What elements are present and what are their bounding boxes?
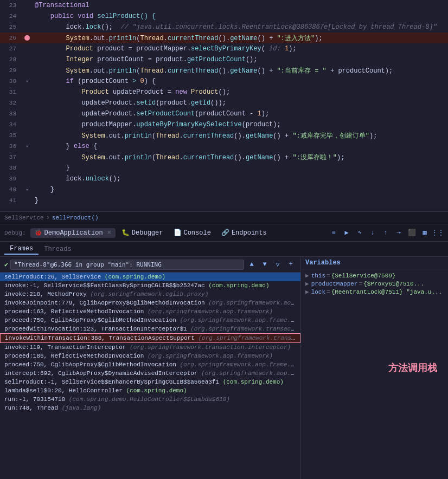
- code-line-35: 35 System.out.println(Thread.currentThre…: [0, 130, 448, 141]
- var-expand-lock[interactable]: ▶: [305, 288, 309, 295]
- breakpoint-26[interactable]: [24, 35, 30, 41]
- toolbar-frames-btn[interactable]: ▦: [419, 227, 431, 239]
- debug-app-tab[interactable]: 🐞 DemoApplication ×: [30, 228, 116, 238]
- code-line-30: 30 ▾ if (productCount > 0) {: [0, 76, 448, 87]
- code-editor: 23 @Transactional 24 public void sellPro…: [0, 0, 448, 211]
- stack-item-8[interactable]: invoke:119, TransactionInterceptor (org.…: [0, 343, 300, 352]
- fold-30[interactable]: ▾: [25, 79, 28, 85]
- toolbar-stop-btn[interactable]: ⬛: [406, 227, 418, 239]
- code-line-34: 34 productMapper.updateByPrimaryKeySelec…: [0, 119, 448, 130]
- stack-method-10: proceed:750, CglibAopProxy$CglibMethodIn…: [4, 361, 180, 368]
- toolbar-step-out-btn[interactable]: ↑: [380, 227, 392, 239]
- thread-add-btn[interactable]: +: [285, 259, 296, 270]
- stack-item-12[interactable]: sellProduct:-1, SellService$$EnhancerByS…: [0, 378, 300, 386]
- variable-list: ▶ this = {SellService@7509} ▶ productMap…: [301, 269, 448, 479]
- var-val-this: {SellService@7509}: [331, 273, 396, 279]
- stack-package-9: (org.springframework.aop.framework): [148, 353, 273, 359]
- stack-item-1[interactable]: invoke:-1, SellService$$FastClassBySprin…: [0, 281, 300, 290]
- stack-method-12: sellProduct:-1, SellService$$EnhancerByS…: [4, 379, 223, 385]
- var-eq-pm: =: [359, 281, 362, 287]
- stack-item-13[interactable]: lambda$sell$0:20, HelloController (com.s…: [0, 386, 300, 395]
- code-content-28: Integer productCount = product.getProduc…: [33, 56, 448, 63]
- fold-40[interactable]: ▾: [25, 187, 28, 193]
- debugger-icon: 🐛: [122, 229, 130, 237]
- thread-nav-down[interactable]: ▼: [259, 259, 270, 270]
- debug-close-btn[interactable]: ×: [107, 229, 111, 237]
- code-line-36: 36 ▾ } else {: [0, 141, 448, 152]
- toolbar-step-into-btn[interactable]: ↓: [367, 227, 379, 239]
- stack-class-12: (com.spring.demo): [223, 379, 284, 385]
- toolbar-settings-btn[interactable]: ≡: [328, 227, 340, 239]
- stack-item-6[interactable]: proceedWithInvocation:123, TransactionIn…: [0, 325, 300, 333]
- stack-item-0[interactable]: sellProduct:26, SellService (com.spring.…: [0, 273, 300, 281]
- stack-item-15[interactable]: run:748, Thread (java.lang): [0, 404, 300, 412]
- stack-item-5[interactable]: proceed:750, CglibAopProxy$CglibMethodIn…: [0, 316, 300, 325]
- line-num-23: 23: [0, 2, 22, 9]
- line-num-38: 38: [0, 165, 22, 171]
- endpoints-icon: 🔗: [222, 229, 229, 237]
- tab-console[interactable]: 📄 Console: [169, 228, 215, 238]
- toolbar-run-cursor-btn[interactable]: ⇢: [393, 227, 405, 239]
- stack-item-10[interactable]: proceed:750, CglibAopProxy$CglibMethodIn…: [0, 360, 300, 369]
- code-line-37: 37 System.out.println(Thread.currentThre…: [0, 152, 448, 163]
- var-expand-pm[interactable]: ▶: [305, 280, 309, 287]
- variables-panel: Variables ▶ this = {SellService@7509} ▶ …: [301, 257, 448, 479]
- code-content-26: System.out.println(Thread.currentThread(…: [33, 34, 448, 43]
- stack-method-15: run:748, Thread: [4, 405, 62, 411]
- stack-package-11: (org.springframework.aop.f...: [201, 370, 300, 377]
- stack-method-6: proceedWithInvocation:123, TransactionIn…: [4, 326, 190, 332]
- debug-app-name: DemoApplication: [44, 229, 103, 237]
- stack-item-2[interactable]: invoke:218, MethodProxy (org.springframe…: [0, 290, 300, 299]
- stack-method-5: proceed:750, CglibAopProxy$CglibMethodIn…: [4, 317, 180, 323]
- stack-class-1: (com.spring.demo): [208, 282, 269, 289]
- code-content-36: } else {: [33, 143, 448, 150]
- thread-nav-up[interactable]: ▲: [246, 259, 257, 270]
- breadcrumb-parent[interactable]: SellService: [4, 215, 44, 221]
- stack-item-14[interactable]: run:-1, 703154718 (com.spring.demo.Hello…: [0, 395, 300, 404]
- stack-item-9[interactable]: proceed:186, ReflectiveMethodInvocation …: [0, 352, 300, 360]
- stack-package-10: (org.springframework.aop.frame...: [180, 361, 298, 368]
- code-line-24: 24 public void sellProduct() {: [0, 11, 448, 22]
- gutter-36: ▾: [22, 144, 33, 150]
- line-num-32: 32: [0, 100, 22, 106]
- code-content-37: System.out.println(Thread.currentThread(…: [33, 153, 448, 162]
- line-num-37: 37: [0, 154, 22, 160]
- code-line-38: 38 }: [0, 163, 448, 173]
- toolbar-step-over-btn[interactable]: ↷: [354, 227, 366, 239]
- stack-item-11[interactable]: intercept:692, CglibAopProxy$DynamicAdvi…: [0, 369, 300, 378]
- stack-item-7[interactable]: invokeWithinTransaction:388, Transaction…: [0, 333, 300, 343]
- stack-method-1: invoke:-1, SellService$$FastClassBySprin…: [4, 282, 208, 289]
- code-content-23: @Transactional: [33, 2, 448, 9]
- gutter-26: [22, 35, 33, 41]
- stack-class-0: (com.spring.demo): [105, 274, 165, 280]
- thread-select[interactable]: "Thread-8"@6,366 in group "main": RUNNIN…: [10, 260, 244, 270]
- tab-debugger[interactable]: 🐛 Debugger: [118, 228, 168, 238]
- stack-package-6: (org.springframework.transaction.transac…: [190, 326, 300, 332]
- stack-method-9: proceed:186, ReflectiveMethodInvocation: [4, 353, 148, 359]
- stack-package-4: (org.springframework.aop.framework): [148, 308, 273, 315]
- tab-endpoints[interactable]: 🔗 Endpoints: [217, 228, 271, 238]
- stack-item-4[interactable]: proceed:163, ReflectiveMethodInvocation …: [0, 307, 300, 316]
- breadcrumb-current[interactable]: sellProduct(): [52, 215, 99, 221]
- line-num-27: 27: [0, 46, 22, 52]
- tab-threads[interactable]: Threads: [39, 244, 76, 254]
- toolbar-resume-btn[interactable]: ▶: [341, 227, 353, 239]
- stack-method-14: run:-1, 703154718: [4, 396, 69, 403]
- stack-method-2: invoke:218, MethodProxy: [4, 291, 90, 297]
- fold-36[interactable]: ▾: [25, 144, 28, 150]
- thread-filter-btn[interactable]: ▽: [272, 259, 283, 270]
- code-line-39: 39 lock.unlock();: [0, 173, 448, 184]
- stack-item-3[interactable]: invokeJoinpoint:779, CglibAopProxy$Cglib…: [0, 299, 300, 307]
- var-item-productmapper: ▶ productMapper = {$Proxy61@7510...: [303, 280, 446, 288]
- code-line-32: 32 updateProduct.setId(product.getId());: [0, 98, 448, 108]
- var-expand-this[interactable]: ▶: [305, 272, 309, 279]
- tab-frames[interactable]: Frames: [4, 244, 39, 255]
- line-num-29: 29: [0, 67, 22, 74]
- code-line-40: 40 ▾ }: [0, 184, 448, 195]
- breadcrumb: SellService › sellProduct(): [0, 211, 448, 224]
- debug-toolbar: ≡ ▶ ↷ ↓ ↑ ⇢ ⬛ ▦ ⋮⋮: [328, 227, 444, 239]
- toolbar-more-btn[interactable]: ⋮⋮: [432, 227, 444, 239]
- gutter-30: ▾: [22, 79, 33, 85]
- code-line-41: 41 }: [0, 195, 448, 206]
- stack-package-14: (com.spring.demo.HelloController$$Lambda…: [69, 396, 230, 403]
